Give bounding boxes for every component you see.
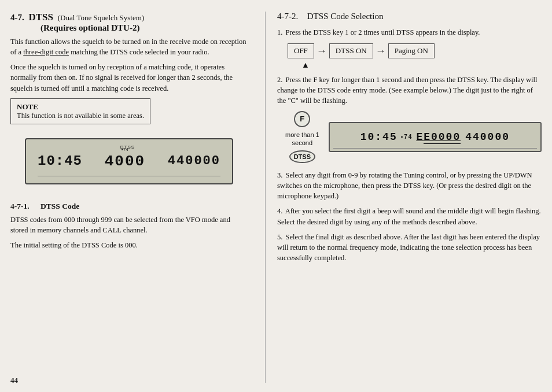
step-1: 1. Press the DTSS key 1 or 2 times until… bbox=[277, 27, 542, 38]
body-text-2: Once the squelch is turned on by recepti… bbox=[10, 62, 248, 93]
note-title: NOTE bbox=[17, 102, 144, 112]
display-time: 10:45 bbox=[38, 153, 82, 169]
flow-up-arrow: ▲ bbox=[301, 61, 542, 70]
step-list-3: 3. Select any digit from 0-9 by rotating… bbox=[277, 170, 542, 263]
column-divider bbox=[265, 12, 266, 383]
flow-diagram: OFF → DTSS ON → Paging ON bbox=[288, 43, 542, 58]
sub-section-title: 4-7-1. DTSS Code bbox=[10, 202, 248, 211]
key-label: more than 1 second bbox=[285, 131, 319, 147]
flow-paging-on: Paging ON bbox=[388, 43, 435, 58]
step-5: 5. Select the final digit as described a… bbox=[277, 232, 542, 263]
f-key-icon: F bbox=[294, 111, 310, 127]
section-num: 4-7. bbox=[10, 13, 24, 22]
arrow-1: → bbox=[317, 45, 327, 57]
note-box: NOTE This function is not available in s… bbox=[10, 98, 150, 124]
left-display: DTSS 10:45 ▪74 4000 440000 bbox=[25, 138, 233, 184]
left-column: 4-7. DTSS (Dual Tone Squelch System) (Re… bbox=[10, 12, 259, 383]
section-name-long: (Dual Tone Squelch System) bbox=[58, 13, 144, 22]
flow-off: OFF bbox=[288, 43, 314, 58]
step-3: 3. Select any digit from 0-9 by rotating… bbox=[277, 170, 542, 201]
step2-diagram: F more than 1 second DTSS 10:45 ▪74 EE00… bbox=[277, 111, 542, 164]
step2-display-inner: 10:45 ▪74 EE0000 440000 bbox=[360, 131, 510, 143]
section-heading: 4-7. DTSS (Dual Tone Squelch System) (Re… bbox=[10, 12, 248, 33]
step-list-2: 2. Press the F key for longer than 1 sec… bbox=[277, 75, 542, 106]
right-column: 4-7-2. DTSS Code Selection 1. Press the … bbox=[271, 12, 542, 383]
sub-body-2: The initial setting of the DTSS Code is … bbox=[10, 240, 248, 250]
key-area: F more than 1 second DTSS bbox=[285, 111, 319, 164]
display2-code: EE0000 bbox=[416, 131, 461, 143]
right-section-heading: 4-7-2. DTSS Code Selection bbox=[277, 12, 542, 21]
display-freq: 440000 bbox=[168, 154, 220, 168]
dtss-key-icon: DTSS bbox=[289, 150, 315, 163]
section-name: DTSS bbox=[29, 12, 54, 23]
page-number: 44 bbox=[10, 376, 18, 385]
step-2: 2. Press the F key for longer than 1 sec… bbox=[277, 75, 542, 106]
arrow-2: → bbox=[376, 45, 386, 57]
section-sub: (Requires optional DTU-2) bbox=[10, 23, 139, 32]
display2-icon: ▪74 bbox=[401, 134, 413, 140]
step-4: 4. After you select the first digit a be… bbox=[277, 206, 542, 227]
sub-section-471: 4-7-1. DTSS Code DTSS codes from 000 thr… bbox=[10, 202, 248, 250]
sub-body-1: DTSS codes from 000 through 999 can be s… bbox=[10, 215, 248, 235]
channel-label: ▪74 bbox=[122, 147, 128, 152]
note-body: This function is not available in some a… bbox=[17, 112, 144, 120]
display-segment: DTSS 10:45 ▪74 4000 440000 bbox=[33, 143, 225, 180]
step-list: 1. Press the DTSS key 1 or 2 times until… bbox=[277, 27, 542, 38]
flow-dtss-on: DTSS ON bbox=[329, 43, 373, 58]
body-text-1: This function allows the squelch to be t… bbox=[10, 36, 248, 57]
display-channel: 4000 bbox=[105, 153, 145, 170]
display-channel-area: ▪74 4000 bbox=[105, 153, 145, 170]
step2-display: 10:45 ▪74 EE0000 440000 bbox=[329, 122, 542, 152]
